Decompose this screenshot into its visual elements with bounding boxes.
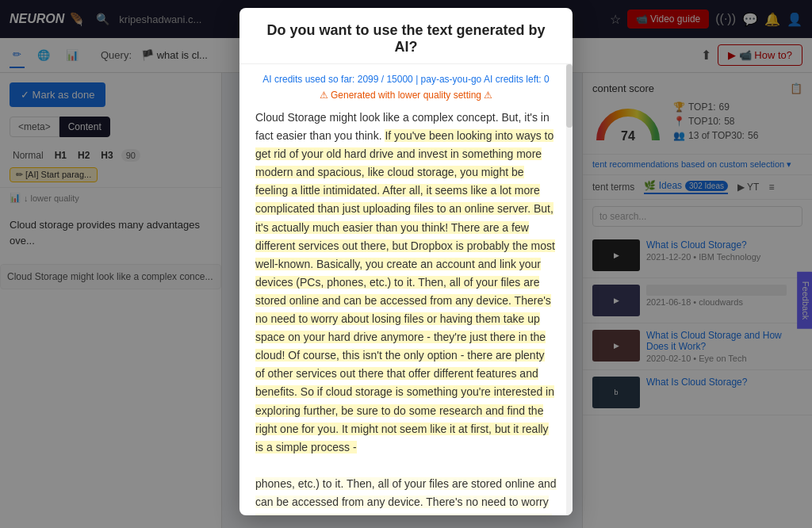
scrollbar-thumb [566,64,573,128]
modal-overlay[interactable]: Do you want to use the text generated by… [0,0,812,528]
ai-warning: ⚠ Generated with lower quality setting ⚠ [255,90,557,101]
scrollbar-track[interactable] [566,64,573,515]
modal-body: AI credits used so far: 2099 / 15000 | p… [239,64,573,515]
modal-text-highlighted: If you've been looking into ways to get … [255,129,555,453]
modal-dialog: Do you want to use the text generated by… [239,8,573,515]
modal-text-repeat: phones, etc.) to it. Then, all of your f… [255,477,557,515]
modal-title: Do you want to use the text generated by… [255,22,557,55]
modal-header: Do you want to use the text generated by… [239,8,573,64]
ai-credits-info: AI credits used so far: 2099 / 15000 | p… [255,74,557,85]
modal-text: Cloud Storage might look like a complex … [255,109,557,515]
